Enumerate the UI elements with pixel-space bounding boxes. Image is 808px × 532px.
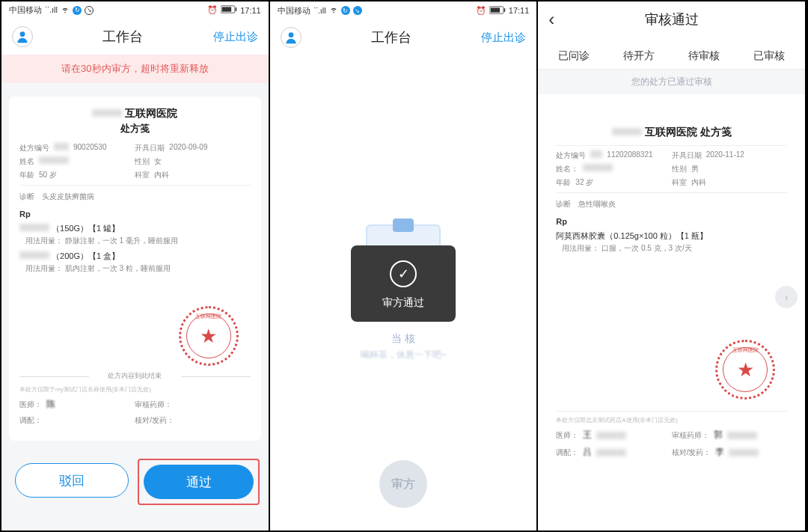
carrier-label: 中国移动	[9, 4, 42, 16]
empty-state: 当 核 喝杯茶，休息一下吧~ ✓ 审方通过 审方	[270, 55, 537, 531]
prescription-card: 互联网医院 处方笺 处方编号90020530 开具日期2020-09-09 姓名…	[9, 97, 261, 441]
tab-consulted[interactable]: 已问诊	[541, 43, 606, 69]
info-banner: 您的处方已通过审核	[538, 70, 805, 94]
page-title: 审核通过	[569, 10, 774, 28]
toast-text: 审方通过	[382, 296, 424, 310]
app-header: ‹ 审核通过	[538, 1, 805, 37]
next-fab[interactable]: ›	[775, 286, 798, 308]
app-header: 工作台 停止出诊	[270, 19, 537, 55]
status-indicator-1: ↻	[73, 6, 82, 15]
signal-icon: ᐝᐝ.ıll	[313, 6, 326, 16]
svg-rect-5	[490, 7, 500, 12]
stop-duty-link[interactable]: 停止出诊	[213, 30, 258, 44]
alarm-icon: ⏰	[476, 6, 486, 16]
app-header: 工作台 停止出诊	[1, 19, 269, 55]
status-bar: 中国移动 ᐝᐝ.ıll ↻ ↘ ⏰ 17:11	[1, 1, 269, 19]
signal-icon: ᐝᐝ.ıll	[45, 5, 58, 15]
approve-button[interactable]: 通过	[144, 465, 253, 499]
battery-icon	[489, 6, 506, 16]
battery-icon	[221, 5, 237, 15]
svg-rect-2	[236, 7, 237, 11]
time-label: 17:11	[509, 6, 530, 15]
svg-point-7	[288, 32, 293, 37]
approve-highlight: 通过	[138, 459, 259, 505]
empty-sub-1: 当 核	[391, 332, 415, 346]
empty-sub-2: 喝杯茶，休息一下吧~	[361, 349, 447, 361]
hospital-seal: ★ 互联网医院	[179, 306, 239, 366]
stop-duty-link[interactable]: 停止出诊	[481, 31, 526, 45]
status-indicator-2: ↘	[353, 6, 362, 15]
hospital-seal: ★ 互联网医院	[715, 340, 775, 400]
screen-2-toast: 中国移动 ᐝᐝ.ıll ↻ ↘ ⏰ 17:11 工作台 停止出诊	[270, 1, 539, 531]
back-icon[interactable]: ‹	[548, 9, 569, 30]
rx-end-marker: 处方内容到此结束	[19, 371, 251, 381]
svg-point-3	[20, 32, 25, 37]
time-label: 17:11	[240, 6, 261, 15]
svg-rect-1	[222, 7, 232, 12]
status-indicator-1: ↻	[341, 6, 350, 15]
approval-toast: ✓ 审方通过	[351, 245, 456, 322]
wifi-icon	[61, 5, 70, 16]
rx-title: 处方笺	[19, 122, 251, 135]
rx-hospital: 互联网医院 处方笺	[645, 126, 732, 138]
action-bar: 驳回 通过	[1, 441, 269, 531]
page-title: 工作台	[371, 28, 411, 46]
reject-button[interactable]: 驳回	[15, 463, 129, 498]
tab-pending-rx[interactable]: 待开方	[607, 43, 672, 69]
avatar[interactable]	[281, 27, 302, 48]
alarm-icon: ⏰	[207, 5, 218, 15]
rp-label: Rp	[19, 210, 251, 218]
status-indicator-2: ↘	[85, 6, 94, 15]
screen-1-workbench: 中国移动 ᐝᐝ.ıll ↻ ↘ ⏰ 17:11 工作台 停止出诊 请在30秒内审…	[1, 1, 270, 531]
tab-reviewed[interactable]: 已审核	[737, 43, 802, 69]
avatar[interactable]	[12, 26, 33, 47]
carrier-label: 中国移动	[278, 5, 310, 16]
wifi-icon	[329, 5, 338, 16]
tab-bar: 已问诊 待开方 待审核 已审核	[538, 37, 805, 70]
screen-3-approved: ‹ 审核通过 已问诊 待开方 待审核 已审核 您的处方已通过审核 互联网医院 处…	[538, 1, 807, 531]
check-icon: ✓	[390, 260, 417, 287]
page-title: 工作台	[102, 28, 143, 46]
prescription-card: 互联网医院 处方笺 处方编号11202088321 开具日期2020-11-12…	[545, 115, 798, 474]
review-fab[interactable]: 审方	[379, 460, 427, 508]
status-bar: 中国移动 ᐝᐝ.ıll ↻ ↘ ⏰ 17:11	[270, 1, 537, 19]
countdown-warning-banner: 请在30秒内审方，超时将重新释放	[1, 55, 269, 83]
tab-pending-review[interactable]: 待审核	[672, 43, 737, 69]
svg-rect-6	[504, 8, 505, 12]
rx-hospital: 互联网医院	[125, 107, 177, 119]
rp-label: Rp	[556, 217, 787, 226]
